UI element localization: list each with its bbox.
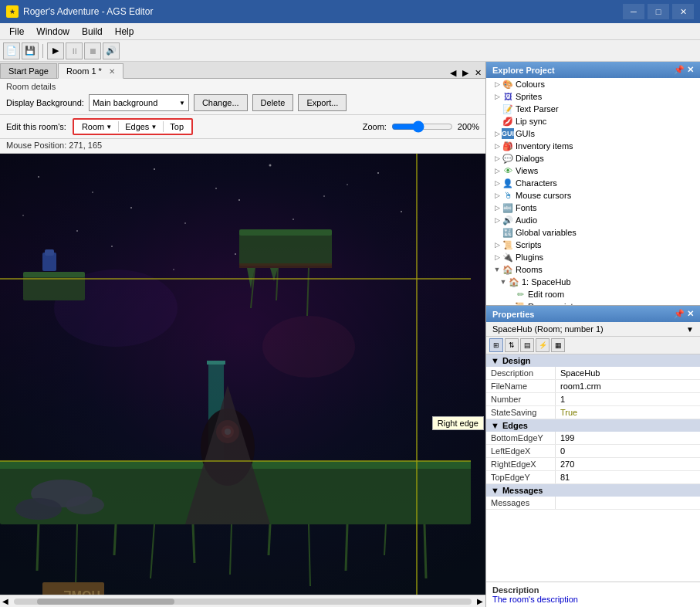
messages-section[interactable]: ▼ Messages [486,484,700,497]
expand-inventory[interactable]: ▷ [492,142,502,150]
stop-button[interactable]: ⏹ [84,42,101,59]
pause-button[interactable]: ⏸ [66,42,83,59]
select-arrow-icon: ▼ [179,100,185,107]
tab-scroll-left[interactable]: ◀ [448,68,458,78]
export-button[interactable]: Export... [298,94,347,111]
props-dropdown-arrow[interactable]: ▼ [686,325,694,334]
props-close-icon[interactable]: ✕ [687,309,694,319]
inventory-icon: 🎒 [502,141,514,151]
props-filter-btn[interactable]: ⚡ [536,338,550,352]
edges-dropdown[interactable]: Edges ▼ [122,121,160,132]
expand-sprites[interactable]: ▷ [492,93,502,100]
menu-window[interactable]: Window [30,25,76,39]
expand-audio[interactable]: ▷ [492,216,502,224]
design-section[interactable]: ▼ Design [486,354,700,367]
expand-plugins[interactable]: ▷ [492,253,502,261]
props-pages-btn[interactable]: ▤ [520,338,534,352]
edges-section[interactable]: ▼ Edges [486,419,700,432]
expand-rooms[interactable]: ▼ [492,266,502,273]
tree-item-rooms[interactable]: ▼ 🏠 Rooms [486,263,700,276]
textparser-label: Text Parser [516,104,559,114]
prop-topedge-value[interactable]: 81 [556,471,700,483]
expand-fonts[interactable]: ▷ [492,204,502,212]
props-alpha-btn[interactable]: ⇅ [505,338,519,352]
tree-item-editroom[interactable]: ✏ Edit room [486,288,700,300]
props-pin-icon[interactable]: 📌 [674,309,685,319]
dropdown-sep-1 [118,121,119,132]
expand-guis[interactable]: ▷ [492,130,502,137]
tree-item-lipsync[interactable]: 💋 Lip sync [486,115,700,127]
globalvars-label: Global variables [516,228,577,237]
expand-room1[interactable]: ▼ [499,278,508,286]
explore-pin-icon[interactable]: 📌 [674,65,685,75]
menu-build[interactable]: Build [76,25,109,39]
tree-item-audio[interactable]: ▷ 🔊 Audio [486,214,700,226]
explore-close-icon[interactable]: ✕ [687,65,694,75]
textparser-icon: 📝 [502,103,514,114]
props-help-btn[interactable]: ▦ [551,338,565,352]
expand-dialogs[interactable]: ▷ [492,154,502,162]
delete-button[interactable]: Delete [252,94,294,111]
props-categorized-btn[interactable]: ⊞ [489,338,503,352]
tree-item-guis[interactable]: ▷ GUI GUIs [486,127,700,140]
horizontal-scrollbar[interactable]: ◀ ▶ [0,595,485,607]
tree-item-room1[interactable]: ▼ 🏠 1: SpaceHub [486,276,700,288]
tree-item-characters[interactable]: ▷ 👤 Characters [486,177,700,189]
change-button[interactable]: Change... [194,94,248,111]
expand-characters[interactable]: ▷ [492,179,502,187]
expand-scripts[interactable]: ▷ [492,241,502,249]
prop-filename: FileName room1.crm [486,380,700,393]
props-toolbar: ⊞ ⇅ ▤ ⚡ ▦ [486,337,700,354]
save-button[interactable]: 💾 [22,42,39,59]
tree-item-dialogs[interactable]: ▷ 💬 Dialogs [486,152,700,164]
top-dropdown[interactable]: Top [167,121,187,132]
tree-item-cursors[interactable]: ▷ 🖱 Mouse cursors [486,189,700,202]
prop-filename-value[interactable]: room1.crm [556,380,700,392]
tree-item-colours[interactable]: ▷ 🎨 Colours [486,78,700,90]
tree-item-scripts[interactable]: ▷ 📜 Scripts [486,239,700,251]
guis-label: GUIs [516,129,535,138]
close-button[interactable]: ✕ [672,4,694,19]
zoom-slider[interactable] [391,120,453,133]
scroll-left-btn[interactable]: ◀ [0,597,11,605]
room-dropdown[interactable]: Room ▼ [79,121,115,132]
expand-cursors[interactable]: ▷ [492,192,502,199]
prop-number-value[interactable]: 1 [556,393,700,405]
tab-room1[interactable]: Room 1 * ✕ [58,63,123,79]
scroll-right-btn[interactable]: ▶ [475,597,485,605]
run-button[interactable]: ▶ [47,42,64,59]
tree-item-inventory[interactable]: ▷ 🎒 Inventory items [486,140,700,152]
scroll-thumb[interactable] [37,599,174,605]
svg-point-12 [238,199,240,201]
new-button[interactable]: 📄 [3,42,20,59]
minimize-button[interactable]: ─ [623,4,644,19]
tab-scroll-right[interactable]: ▶ [460,68,471,78]
description-text: The room's description [492,595,694,604]
expand-views[interactable]: ▷ [492,167,502,175]
prop-rightedge-value[interactable]: 270 [556,458,700,470]
prop-description-value[interactable]: SpaceHub [556,367,700,379]
tree-item-sprites[interactable]: ▷ 🖼 Sprites [486,90,700,103]
menu-help[interactable]: Help [109,25,140,39]
tree-item-views[interactable]: ▷ 👁 Views [486,164,700,177]
tree-item-fonts[interactable]: ▷ 🔤 Fonts [486,202,700,214]
menu-file[interactable]: File [3,25,30,39]
display-bg-select[interactable]: Main background ▼ [89,94,189,111]
tree-item-plugins[interactable]: ▷ 🔌 Plugins [486,251,700,263]
expand-colours[interactable]: ▷ [492,80,502,88]
maximize-button[interactable]: □ [648,4,669,19]
tree-item-globalvars[interactable]: 🔣 Global variables [486,226,700,239]
tab-close-panel[interactable]: ✕ [472,68,484,78]
prop-messages-value[interactable] [556,497,700,509]
tab-start-page[interactable]: Start Page [0,63,57,78]
svg-point-2 [92,192,93,193]
canvas-area[interactable]: HOME Right edge [0,154,485,595]
tree-item-roomscript[interactable]: 📜 Room script [486,300,700,306]
prop-leftedge-value[interactable]: 0 [556,445,700,457]
tree-area[interactable]: ▷ 🎨 Colours ▷ 🖼 Sprites 📝 Text Parser 💋 [486,78,700,306]
prop-statesaving-value[interactable]: True [556,406,700,419]
tab-close-icon[interactable]: ✕ [109,67,115,76]
prop-bottomedge-value[interactable]: 199 [556,432,700,444]
tree-item-textparser[interactable]: 📝 Text Parser [486,103,700,115]
audio-button[interactable]: 🔊 [103,42,120,59]
